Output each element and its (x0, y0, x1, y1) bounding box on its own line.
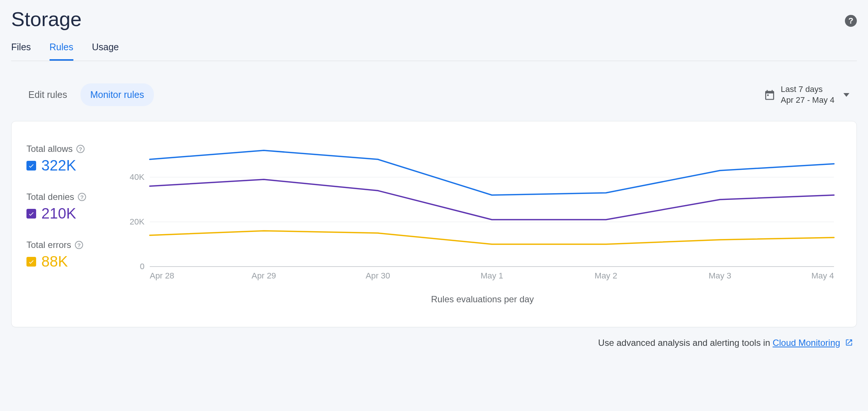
svg-text:40K: 40K (130, 172, 145, 182)
date-range-value: Apr 27 - May 4 (781, 95, 834, 106)
legend-denies-value: 210K (41, 205, 76, 222)
legend-allows-label: Total allows (26, 144, 73, 154)
svg-rect-0 (767, 94, 769, 96)
legend-errors-value: 88K (41, 253, 68, 270)
legend-denies-label: Total denies (26, 192, 74, 202)
subtab-edit-rules[interactable]: Edit rules (19, 83, 77, 106)
legend-errors-label: Total errors (26, 240, 71, 250)
legend-denies-toggle[interactable] (26, 209, 36, 219)
chart-plot-area: 020K40KApr 28Apr 29Apr 30May 1May 2May 3… (123, 140, 842, 305)
chevron-down-icon (843, 93, 849, 97)
top-tabs: Files Rules Usage (11, 38, 857, 61)
legend-allows-value: 322K (41, 157, 76, 174)
svg-text:Apr 28: Apr 28 (150, 271, 174, 280)
chart-card: Total allows ? 322K Total denies ? 210K (11, 121, 857, 327)
tab-rules[interactable]: Rules (50, 38, 73, 61)
svg-text:May 1: May 1 (481, 271, 503, 280)
subtab-monitor-rules[interactable]: Monitor rules (80, 83, 154, 106)
svg-text:May 2: May 2 (595, 271, 617, 280)
external-link-icon (845, 338, 853, 349)
legend-item-errors: Total errors ? 88K (26, 240, 101, 270)
tab-files[interactable]: Files (11, 38, 31, 61)
cloud-monitoring-link[interactable]: Cloud Monitoring (773, 338, 840, 348)
svg-text:Apr 29: Apr 29 (251, 271, 276, 280)
tab-usage[interactable]: Usage (92, 38, 119, 61)
legend-allows-toggle[interactable] (26, 161, 36, 171)
footer-note: Use advanced analysis and alerting tools… (11, 338, 857, 349)
svg-text:20K: 20K (130, 217, 145, 226)
date-range-label: Last 7 days (781, 84, 834, 95)
legend-item-denies: Total denies ? 210K (26, 192, 101, 222)
legend-errors-toggle[interactable] (26, 257, 36, 267)
legend-item-allows: Total allows ? 322K (26, 144, 101, 174)
help-icon[interactable]: ? (78, 193, 86, 201)
help-icon[interactable]: ? (845, 15, 857, 27)
svg-text:May 4: May 4 (811, 271, 834, 280)
help-icon[interactable]: ? (75, 241, 83, 249)
page-title: Storage (11, 7, 82, 31)
x-axis-label: Rules evaluations per day (123, 294, 842, 305)
svg-text:0: 0 (140, 262, 144, 271)
svg-text:Apr 30: Apr 30 (365, 271, 390, 280)
calendar-icon (764, 89, 776, 101)
svg-text:May 3: May 3 (709, 271, 731, 280)
chart-legend: Total allows ? 322K Total denies ? 210K (26, 140, 101, 305)
date-range-picker[interactable]: Last 7 days Apr 27 - May 4 (764, 84, 849, 105)
sub-tabs: Edit rules Monitor rules (19, 83, 154, 106)
help-icon[interactable]: ? (76, 145, 85, 153)
